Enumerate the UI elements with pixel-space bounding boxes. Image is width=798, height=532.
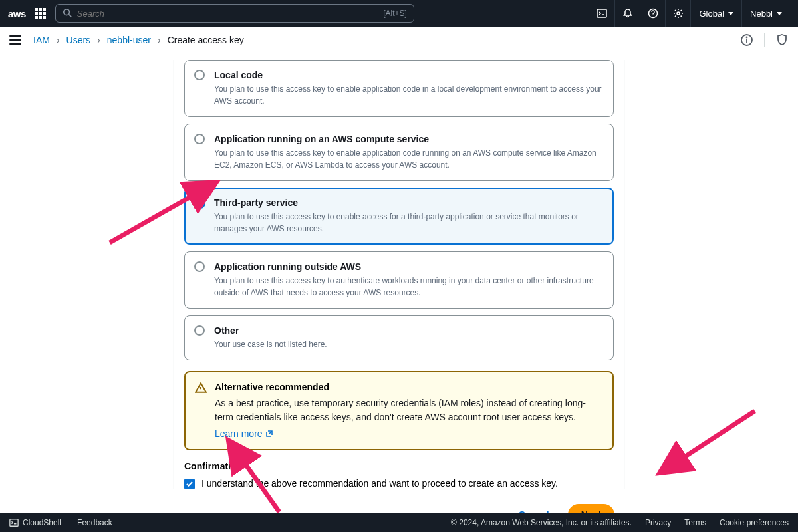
chevron-down-icon: [777, 12, 782, 15]
chevron-right-icon: ›: [57, 35, 60, 45]
crumb-section[interactable]: Users: [66, 35, 91, 45]
next-button[interactable]: Next: [568, 504, 614, 513]
warning-icon: [195, 382, 207, 396]
security-icon[interactable]: [775, 33, 789, 47]
region-selector[interactable]: Global: [690, 0, 741, 27]
chevron-right-icon: ›: [97, 35, 100, 45]
account-menu[interactable]: Nebbl: [741, 0, 790, 27]
option-desc: You plan to use this access key to enabl…: [214, 211, 602, 235]
help-icon[interactable]: [640, 0, 665, 27]
confirmation-label: I understand the above recommendation an…: [201, 478, 558, 489]
option-desc: You plan to use this access key to enabl…: [214, 83, 602, 107]
content-area: Local code You plan to use this access k…: [0, 53, 798, 513]
checkbox-icon: [184, 479, 195, 489]
terms-link[interactable]: Terms: [684, 518, 706, 527]
option-title: Other: [214, 325, 602, 336]
breadcrumb-bar: IAM › Users › nebbl-user › Create access…: [0, 27, 798, 53]
info-icon[interactable]: [740, 33, 753, 47]
radio-icon: [194, 325, 205, 336]
option-title: Third-party service: [214, 198, 602, 208]
alternative-alert: Alternative recommended As a best practi…: [184, 371, 614, 450]
radio-icon: [194, 70, 205, 80]
radio-icon: [194, 134, 205, 144]
option-local-code[interactable]: Local code You plan to use this access k…: [184, 60, 614, 117]
cloudshell-link[interactable]: CloudShell: [9, 518, 61, 527]
settings-icon[interactable]: [665, 0, 690, 27]
search-box[interactable]: [Alt+S]: [55, 4, 414, 23]
confirmation-checkbox[interactable]: I understand the above recommendation an…: [184, 478, 614, 489]
cloudshell-icon: [9, 518, 19, 527]
footer: CloudShell Feedback © 2024, Amazon Web S…: [0, 513, 798, 532]
option-desc: You plan to use this access key to authe…: [214, 275, 602, 299]
services-grid-icon[interactable]: [35, 8, 46, 19]
breadcrumb: IAM › Users › nebbl-user › Create access…: [33, 35, 244, 45]
svg-point-4: [677, 12, 680, 15]
crumb-current: Create access key: [168, 35, 244, 45]
option-third-party[interactable]: Third-party service You plan to use this…: [184, 188, 614, 245]
notifications-icon[interactable]: [614, 0, 640, 27]
chevron-down-icon: [728, 12, 733, 15]
option-compute-service[interactable]: Application running on an AWS compute se…: [184, 124, 614, 181]
copyright: © 2024, Amazon Web Services, Inc. or its…: [451, 518, 632, 527]
external-link-icon: [265, 430, 273, 438]
option-title: Application running on an AWS compute se…: [214, 134, 602, 144]
wizard-buttons: Cancel Next: [173, 504, 625, 513]
alert-title: Alternative recommended: [215, 382, 602, 392]
radio-icon: [194, 261, 205, 272]
alert-body: As a best practice, use temporary securi…: [215, 396, 602, 424]
chevron-right-icon: ›: [158, 35, 161, 45]
svg-rect-2: [597, 9, 606, 17]
crumb-user[interactable]: nebbl-user: [107, 35, 151, 45]
use-case-panel: Local code You plan to use this access k…: [173, 60, 625, 489]
crumb-service[interactable]: IAM: [33, 35, 50, 45]
option-other[interactable]: Other Your use case is not listed here.: [184, 315, 614, 360]
cloudshell-icon[interactable]: [589, 0, 614, 27]
svg-line-1: [68, 14, 71, 17]
cookies-link[interactable]: Cookie preferences: [720, 518, 789, 527]
top-nav: aws [Alt+S] Global Nebbl: [0, 0, 798, 27]
option-title: Local code: [214, 70, 602, 80]
option-title: Application running outside AWS: [214, 261, 602, 272]
feedback-link[interactable]: Feedback: [77, 518, 112, 527]
option-outside-aws[interactable]: Application running outside AWS You plan…: [184, 251, 614, 309]
cancel-button[interactable]: Cancel: [508, 504, 560, 513]
radio-icon: [195, 198, 205, 209]
search-shortcut: [Alt+S]: [383, 9, 407, 18]
svg-rect-11: [10, 519, 18, 527]
menu-toggle-icon[interactable]: [9, 35, 21, 45]
aws-logo[interactable]: aws: [8, 8, 26, 19]
option-desc: Your use case is not listed here.: [214, 338, 602, 350]
option-desc: You plan to use this access key to enabl…: [214, 147, 602, 171]
confirmation-heading: Confirmation: [184, 461, 614, 471]
confirmation-section: Confirmation I understand the above reco…: [184, 461, 614, 489]
svg-point-7: [747, 37, 747, 37]
privacy-link[interactable]: Privacy: [645, 518, 671, 527]
svg-point-0: [64, 9, 70, 15]
learn-more-link[interactable]: Learn more: [215, 428, 273, 439]
search-input[interactable]: [77, 9, 383, 19]
search-icon: [63, 8, 72, 19]
